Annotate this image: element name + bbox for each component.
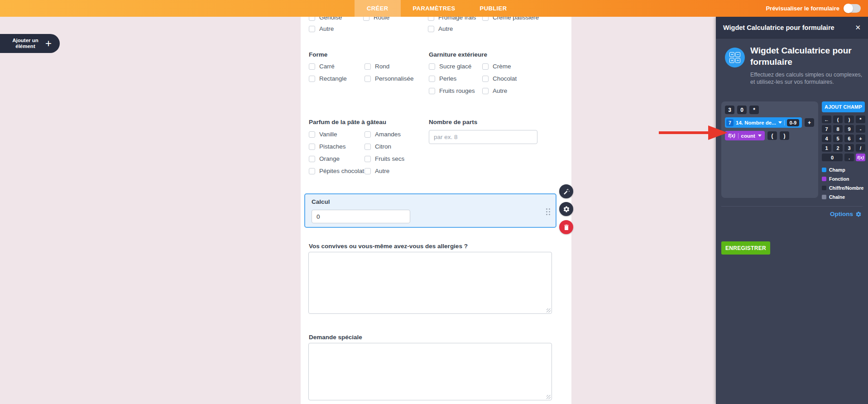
checkbox-label: Autre <box>375 168 389 174</box>
add-field-button[interactable]: AJOUT CHAMP <box>822 101 865 112</box>
checkbox-label: Autre <box>438 25 453 32</box>
resize-handle-icon[interactable] <box>547 308 551 313</box>
key-9[interactable]: 9 <box>844 125 854 133</box>
key-divide[interactable]: / <box>856 144 865 152</box>
field-token-dropdown[interactable]: 7 14. Nombre de... 0-9 <box>725 117 802 128</box>
checkbox-icon <box>429 88 435 94</box>
checkbox-icon <box>428 26 434 32</box>
key-8[interactable]: 8 <box>833 125 843 133</box>
allergies-question: Vos convives ou vous-même avez-vous des … <box>309 243 468 250</box>
checkbox-pepites-chocolat[interactable]: Pépites chocolat <box>309 168 364 174</box>
checkbox-carre[interactable]: Carré <box>309 63 364 70</box>
key-2[interactable]: 2 <box>833 144 843 152</box>
checkbox-label: Fruits rouges <box>439 87 475 94</box>
checkbox-pistaches[interactable]: Pistaches <box>309 143 364 150</box>
checkbox-personnalisee[interactable]: Personnalisée <box>364 75 437 82</box>
legend-swatch-chiffre <box>822 186 826 190</box>
token-color-legend: Champ Fonction Chiffre/Nombre Chaîne <box>822 167 865 200</box>
checkbox-sucre-glace[interactable]: Sucre glacé <box>429 63 482 70</box>
function-token-dropdown[interactable]: f(x) count <box>725 131 765 140</box>
delete-field-button[interactable] <box>559 220 573 234</box>
section-title-parfum: Parfum de la pâte à gâteau <box>309 119 386 125</box>
checkbox-creme[interactable]: Crème <box>482 63 541 70</box>
checkbox-label: Fruits secs <box>375 155 404 162</box>
token-operator[interactable]: * <box>749 106 759 114</box>
save-button[interactable]: ENREGISTRER <box>721 241 770 255</box>
preview-toggle[interactable] <box>844 4 861 13</box>
panel-header-title: Wigdet Calculatrice pour formulaire <box>723 24 855 31</box>
checkbox-vanille[interactable]: Vanille <box>309 131 364 138</box>
checkbox-rond[interactable]: Rond <box>364 63 437 70</box>
calcul-field-selected[interactable]: Calcul <box>304 193 556 228</box>
toggle-knob <box>844 4 853 13</box>
checkbox-fruits-rouges[interactable]: Fruits rouges <box>429 87 482 94</box>
demande-textarea[interactable] <box>308 343 552 400</box>
add-element-button[interactable]: Ajouter un élément + <box>0 34 60 53</box>
key-5[interactable]: 5 <box>833 135 843 142</box>
checkbox-icon <box>482 63 489 70</box>
expression-editor[interactable]: 3 0 * 7 14. Nombre de... 0-9 + f(x) co <box>721 101 818 198</box>
options-link[interactable]: Options <box>830 211 862 217</box>
gear-icon <box>855 211 862 217</box>
checkbox-icon <box>364 76 371 82</box>
checkbox-label: Sucre glacé <box>439 63 471 70</box>
chevron-down-icon <box>758 135 762 137</box>
tab-publier[interactable]: PUBLIER <box>468 0 519 17</box>
parts-input[interactable] <box>429 130 537 144</box>
resize-handle-icon[interactable] <box>547 395 551 399</box>
checkbox-autre-garniture[interactable]: Autre <box>482 87 541 94</box>
calcul-label: Calcul <box>312 198 330 205</box>
key-1[interactable]: 1 <box>822 144 831 152</box>
allergies-textarea[interactable] <box>308 252 552 314</box>
checkbox-perles[interactable]: Perles <box>429 75 482 82</box>
checkbox-amandes[interactable]: Amandes <box>364 131 423 138</box>
token-operator[interactable]: + <box>805 118 814 127</box>
key-function[interactable]: f(x) <box>856 154 865 161</box>
garniture-options: Sucre glacé Crème Perles Chocolat Fruits… <box>429 63 541 94</box>
tab-parametres[interactable]: PARAMÈTRES <box>401 0 468 17</box>
section-title-forme: Forme <box>309 51 327 58</box>
drag-handle-icon[interactable] <box>546 208 550 215</box>
checkbox-label: Orange <box>319 155 340 162</box>
key-4[interactable]: 4 <box>822 135 831 142</box>
token-paren-open[interactable]: ( <box>767 131 777 140</box>
checkbox-icon <box>429 63 435 70</box>
token-number[interactable]: 3 <box>725 106 734 114</box>
key-paren-open[interactable]: ( <box>833 115 843 123</box>
checkbox-fruits-secs[interactable]: Fruits secs <box>364 155 423 162</box>
key-0[interactable]: 0 <box>822 154 843 161</box>
key-6[interactable]: 6 <box>844 135 854 142</box>
key-backspace[interactable]: ← <box>822 115 831 123</box>
key-multiply[interactable]: * <box>856 115 865 123</box>
key-paren-close[interactable]: ) <box>844 115 854 123</box>
checkbox-rectangle[interactable]: Rectangle <box>309 75 364 82</box>
widget-title: Wigdet Calculatrice pour formulaire <box>750 45 864 67</box>
magic-wand-button[interactable] <box>559 184 573 198</box>
checkbox-icon <box>309 168 315 174</box>
divider <box>738 133 739 139</box>
checkbox-chocolat[interactable]: Chocolat <box>482 75 541 82</box>
key-minus[interactable]: - <box>856 125 865 133</box>
checkbox-orange[interactable]: Orange <box>309 155 364 162</box>
checkbox-label: Perles <box>439 75 456 82</box>
token-number[interactable]: 0 <box>737 106 747 114</box>
checkbox-autre-base[interactable]: Autre <box>309 25 363 32</box>
divider <box>721 206 863 207</box>
key-3[interactable]: 3 <box>844 144 854 152</box>
calcul-input[interactable] <box>312 210 410 223</box>
key-plus[interactable]: + <box>856 135 865 142</box>
tab-creer[interactable]: CRÉER <box>355 0 401 17</box>
legend-swatch-chaine <box>822 195 826 199</box>
close-icon[interactable]: ✕ <box>855 24 861 31</box>
key-decimal[interactable]: . <box>844 154 854 161</box>
field-settings-button[interactable] <box>559 202 573 216</box>
key-7[interactable]: 7 <box>822 125 831 133</box>
checkbox-autre-parfum[interactable]: Autre <box>364 168 423 174</box>
add-element-label: Ajouter un élément <box>6 38 44 49</box>
checkbox-autre-garniture-int[interactable]: Autre <box>428 25 482 32</box>
checkbox-citron[interactable]: Citron <box>364 143 423 150</box>
token-paren-close[interactable]: ) <box>780 131 789 140</box>
checkbox-icon <box>482 76 489 82</box>
main-tabs: CRÉER PARAMÈTRES PUBLIER <box>355 0 519 17</box>
form-canvas: Génoise Roulé Fromage frais Crème pâtiss… <box>301 0 571 404</box>
